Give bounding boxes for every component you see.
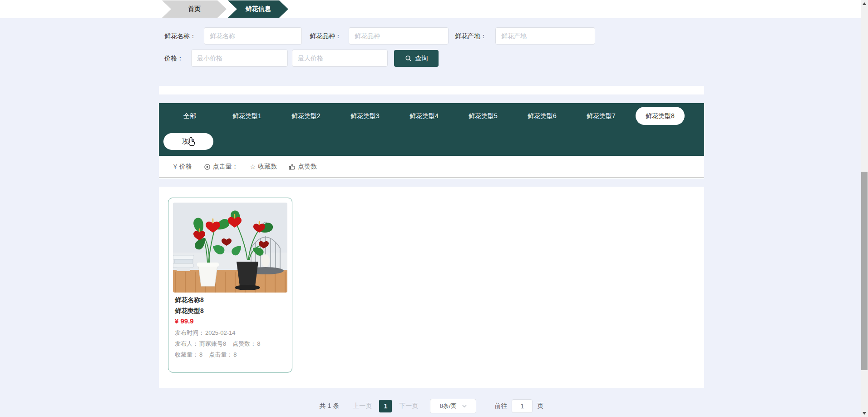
page-size-select[interactable]: 8条/页 [430,399,476,413]
favorites-value: 8 [199,351,202,358]
sort-clicks-label: 点击量： [213,163,238,171]
sort-bar: ¥ 价格 点击量： ☆ 收藏数 点赞数 [159,156,704,178]
goto-page-input[interactable] [512,399,533,413]
next-page-button[interactable]: 下一页 [399,402,418,410]
scroll-up-icon [863,2,866,5]
breadcrumb-current[interactable]: 鲜花信息 [228,0,288,18]
category-tab-3[interactable]: 鲜花类型3 [335,107,395,125]
category-tab-8-selected[interactable]: 鲜花类型8 [631,107,690,125]
goto-label: 前往 [494,402,507,410]
prev-page-button[interactable]: 上一页 [353,402,372,410]
flower-origin-label: 鲜花产地： [455,27,487,45]
chevron-down-icon [462,404,467,408]
breadcrumb-home[interactable]: 首页 [162,0,227,18]
likes-value: 8 [257,340,260,347]
goto-suffix: 页 [537,402,543,410]
category-tab-7[interactable]: 鲜花类型7 [572,107,631,125]
sort-by-clicks[interactable]: 点击量： [204,163,238,171]
scrollbar-track[interactable] [861,0,868,417]
category-tab-4[interactable]: 鲜花类型4 [395,107,454,125]
likes-label: 点赞数： [232,340,256,347]
flower-name-label: 鲜花名称： [164,27,196,45]
eye-icon [204,164,211,170]
category-bar: 全部 鲜花类型1 鲜花类型2 鲜花类型3 鲜花类型4 鲜花类型5 鲜花类型6 鲜… [159,103,704,156]
page-size-value: 8条/页 [440,402,457,410]
max-price-input[interactable] [292,50,388,67]
product-name: 鲜花名称8 [175,296,204,304]
pagination-bar: 共 1 条 上一页 1 下一页 8条/页 前往 页 [159,398,704,414]
publisher-value: 商家账号8 [199,340,226,347]
category-tab-2[interactable]: 鲜花类型2 [276,107,335,125]
scrollbar-thumb[interactable] [861,172,868,370]
clicks-label: 点击量： [209,351,232,358]
page-number-active[interactable]: 1 [379,400,392,412]
publish-time-value: 2025-02-14 [205,329,236,336]
breadcrumb-current-label: 鲜花信息 [246,5,271,13]
sort-price-label: 价格 [179,163,192,171]
product-image [173,203,287,293]
search-icon [405,55,412,62]
star-icon: ☆ [250,163,256,170]
category-tab-1[interactable]: 鲜花类型1 [217,107,276,125]
product-publisher-likes: 发布人：商家账号8点赞数：8 [175,340,261,348]
sort-favorites-label: 收藏数 [258,163,277,171]
category-tab-5[interactable]: 鲜花类型5 [454,107,513,125]
search-button[interactable]: 查询 [394,50,439,67]
flower-name-input[interactable] [204,27,302,45]
sort-by-price[interactable]: ¥ 价格 [173,163,192,171]
scroll-up-button[interactable] [861,0,868,7]
product-card[interactable]: 鲜花名称8 鲜花类型8 ¥ 99.9 发布时间：2025-02-14 发布人：商… [168,198,292,372]
category-tabs: 全部 鲜花类型1 鲜花类型2 鲜花类型3 鲜花类型4 鲜花类型5 鲜花类型6 鲜… [162,107,690,125]
search-button-label: 查询 [415,55,428,63]
product-type: 鲜花类型8 [175,307,204,315]
min-price-input[interactable] [191,50,288,67]
selected-tab-pill: 鲜花类型8 [636,107,685,125]
flower-list-page: 首页 鲜花信息 鲜花名称： 鲜花品种： 鲜花产地： 价格： 查询 全部 鲜花类型… [0,0,868,417]
header-bar: 首页 鲜花信息 [0,0,868,18]
thumb-up-icon [289,164,296,170]
product-favorites-clicks: 收藏量：8点击量：8 [175,351,237,359]
products-panel: 鲜花名称8 鲜花类型8 ¥ 99.9 发布时间：2025-02-14 发布人：商… [159,187,704,388]
category-tab-6[interactable]: 鲜花类型6 [513,107,572,125]
sort-by-favorites[interactable]: ☆ 收藏数 [250,163,277,171]
flower-origin-input[interactable] [495,27,595,45]
clicks-value: 8 [233,351,237,358]
scroll-down-icon [863,412,866,415]
scroll-down-button[interactable] [861,410,868,417]
product-price: ¥ 99.9 [175,317,194,325]
breadcrumb-home-label: 首页 [188,5,201,13]
publish-time-label: 发布时间： [175,329,204,336]
publisher-label: 发布人： [175,340,198,347]
product-publish-time: 发布时间：2025-02-14 [175,329,237,337]
mouse-cursor-icon [187,137,196,149]
pagination-total: 共 1 条 [320,402,340,410]
price-label: 价格： [164,50,183,67]
sort-by-likes[interactable]: 点赞数 [289,163,317,171]
empty-panel [159,86,704,94]
flower-variety-input[interactable] [349,27,449,45]
category-tab-all[interactable]: 全部 [162,107,217,125]
yen-icon: ¥ [173,163,177,170]
flower-variety-label: 鲜花品种： [310,27,341,45]
sort-likes-label: 点赞数 [298,163,317,171]
favorites-label: 收藏量： [175,351,198,358]
